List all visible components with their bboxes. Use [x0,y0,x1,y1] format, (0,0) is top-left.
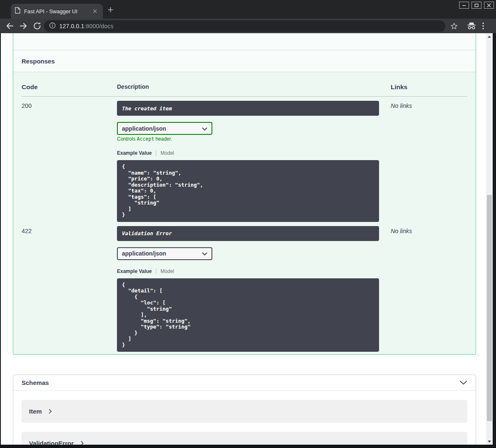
response-description-box: The created item [117,101,379,116]
url-text[interactable]: 127.0.0.1:8000/docs [59,23,114,29]
example-model-tabs: Example Value Model [117,268,391,274]
chevron-down-icon [202,250,207,257]
responses-title: Responses [22,58,55,65]
scroll-up-icon[interactable] [488,36,491,38]
response-description-box: Validation Error [117,226,379,241]
chevron-down-icon[interactable] [460,379,467,387]
back-icon[interactable] [5,22,14,32]
window-border-right [493,33,496,448]
example-json-block: { "name": "string", "price": 0, "descrip… [117,160,379,222]
chevron-right-icon [49,409,52,414]
column-header-description: Description [117,83,391,91]
example-json-block: { "detail": [ { "loc": [ "string" ], "ms… [117,278,379,352]
responses-section-header: Responses [13,50,476,72]
tab-model[interactable]: Model [160,150,174,156]
chevron-down-icon [202,125,207,132]
response-links: No links [391,226,467,352]
response-links: No links [391,101,467,222]
window-minimize-button[interactable] [459,2,469,9]
opblock-post: Responses Code Description Links 200 The… [13,33,476,355]
browser-titlebar: Fast API - Swagger UI [0,0,496,19]
browser-tab[interactable]: Fast API - Swagger UI [11,4,103,19]
swagger-page: Responses Code Description Links 200 The… [1,33,486,448]
tab-example-value[interactable]: Example Value [117,268,152,274]
reload-icon[interactable] [33,22,41,32]
page-favicon-icon [15,7,20,15]
example-json-code: { "name": "string", "price": 0, "descrip… [122,164,374,218]
site-info-icon[interactable] [49,22,56,30]
media-type-select[interactable]: application/json [117,247,212,260]
window-border-bottom [0,445,496,448]
tab-divider [156,268,156,274]
example-model-tabs: Example Value Model [117,150,391,156]
forward-icon[interactable] [19,22,28,32]
scrollbar-thumb[interactable] [487,195,492,421]
column-header-links: Links [391,83,467,91]
browser-menu-icon[interactable] [482,19,484,33]
address-bar[interactable]: 127.0.0.1:8000/docs [44,20,445,32]
tab-close-icon[interactable] [91,7,99,15]
tab-divider [156,150,156,156]
new-tab-icon[interactable] [108,7,113,14]
schema-model-item[interactable]: Item [22,400,467,423]
responses-table: Code Description Links 200 The created i… [13,72,476,352]
vertical-scrollbar[interactable] [486,33,493,448]
bookmark-star-icon[interactable] [450,19,458,33]
schemas-title: Schemas [22,379,49,386]
schemas-header[interactable]: Schemas [13,375,476,391]
column-header-code: Code [22,83,117,91]
accept-header-note: Controls Accept header. [117,136,391,142]
tab-title: Fast API - Swagger UI [24,8,91,15]
media-type-select[interactable]: application/json [117,122,212,135]
responses-table-header: Code Description Links [22,72,467,97]
window-border-left [0,33,1,448]
response-code: 200 [22,101,117,222]
incognito-icon [467,19,476,33]
schemas-section: Schemas Item ValidationError [13,375,476,448]
scroll-down-icon[interactable] [488,441,491,443]
tab-model[interactable]: Model [160,268,174,274]
response-row-422: 422 Validation Error application/json Ex… [22,222,467,352]
response-code: 422 [22,226,117,352]
example-json-code: { "detail": [ { "loc": [ "string" ], "ms… [122,282,374,348]
window-maximize-button[interactable] [472,2,481,9]
opblock-section-divider [13,33,476,50]
browser-toolbar: 127.0.0.1:8000/docs [0,19,496,33]
response-row-200: 200 The created item application/json Co… [22,97,467,222]
tab-example-value[interactable]: Example Value [117,150,152,156]
window-close-button[interactable] [484,2,494,9]
